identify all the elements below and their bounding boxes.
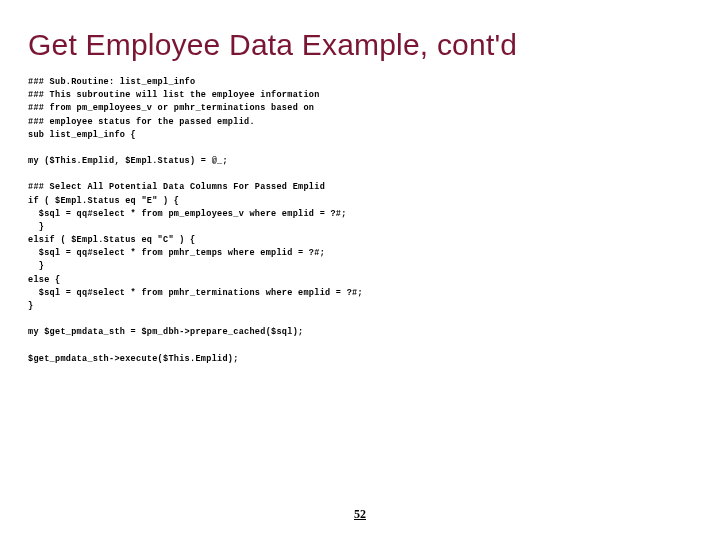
page-number: 52 <box>0 507 720 522</box>
slide: Get Employee Data Example, cont'd ### Su… <box>0 0 720 540</box>
slide-title: Get Employee Data Example, cont'd <box>28 28 692 62</box>
code-block: ### Sub.Routine: list_empl_info ### This… <box>28 76 692 366</box>
